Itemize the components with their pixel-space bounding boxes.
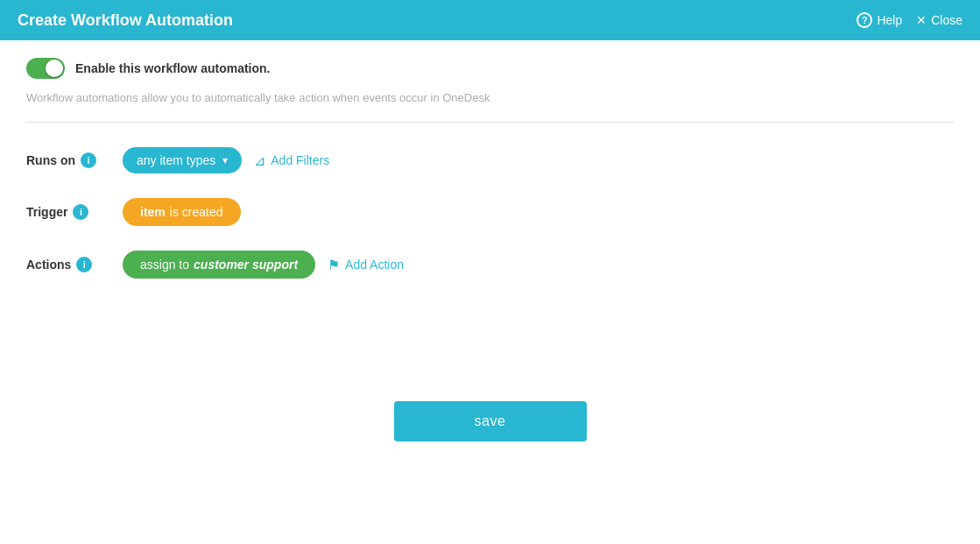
actions-label-group: Actions i (26, 257, 123, 272)
save-section: save (26, 401, 954, 442)
runs-on-info-icon[interactable]: i (81, 152, 96, 168)
action-value-text: customer support (194, 258, 298, 272)
content-area: Enable this workflow automation. Workflo… (0, 40, 980, 459)
help-label: Help (877, 13, 902, 27)
toggle-row: Enable this workflow automation. (26, 58, 954, 79)
runs-on-row: Runs on i any item types ▾ ⊿ Add Filters (26, 147, 954, 173)
close-x-icon: ✕ (916, 13, 927, 27)
action-pill[interactable]: assign to customer support (123, 251, 315, 279)
trigger-label-group: Trigger i (26, 204, 123, 220)
chevron-down-icon: ▾ (222, 154, 228, 166)
item-types-label: any item types (137, 153, 215, 167)
divider (26, 122, 954, 123)
actions-row: Actions i assign to customer support ⚑ A… (26, 251, 954, 279)
header: Create Workflow Automation ? Help ✕ Clos… (0, 0, 980, 40)
item-types-dropdown[interactable]: any item types ▾ (123, 147, 242, 173)
action-prefix-text: assign to (140, 258, 189, 272)
filter-icon: ⊿ (254, 152, 265, 169)
add-filters-label: Add Filters (271, 153, 329, 167)
flag-icon: ⚑ (328, 257, 340, 273)
actions-controls: assign to customer support ⚑ Add Action (123, 251, 954, 279)
trigger-info-icon[interactable]: i (73, 204, 88, 220)
close-button[interactable]: ✕ Close (916, 13, 962, 27)
add-filters-button[interactable]: ⊿ Add Filters (254, 152, 329, 169)
trigger-label: Trigger (26, 205, 67, 219)
runs-on-label: Runs on (26, 153, 75, 167)
add-action-label: Add Action (345, 258, 404, 272)
actions-info-icon[interactable]: i (76, 257, 92, 272)
trigger-pill[interactable]: item is created (123, 198, 241, 226)
trigger-row: Trigger i item is created (26, 198, 954, 226)
toggle-label: Enable this workflow automation. (75, 61, 270, 75)
help-circle-icon: ? (857, 12, 872, 28)
help-button[interactable]: ? Help (857, 12, 902, 28)
header-actions: ? Help ✕ Close (857, 12, 962, 28)
toggle-thumb (46, 60, 63, 77)
runs-on-controls: any item types ▾ ⊿ Add Filters (123, 147, 954, 173)
trigger-item-text: item (140, 205, 166, 219)
save-button[interactable]: save (394, 401, 587, 442)
add-action-button[interactable]: ⚑ Add Action (328, 257, 404, 273)
close-label: Close (931, 13, 962, 27)
actions-label: Actions (26, 258, 71, 272)
subtitle-text: Workflow automations allow you to automa… (26, 91, 954, 104)
trigger-controls: item is created (123, 198, 954, 226)
trigger-action-text: is created (170, 205, 223, 219)
runs-on-label-group: Runs on i (26, 152, 123, 168)
page-title: Create Workflow Automation (18, 11, 233, 30)
enable-toggle[interactable] (26, 58, 65, 79)
